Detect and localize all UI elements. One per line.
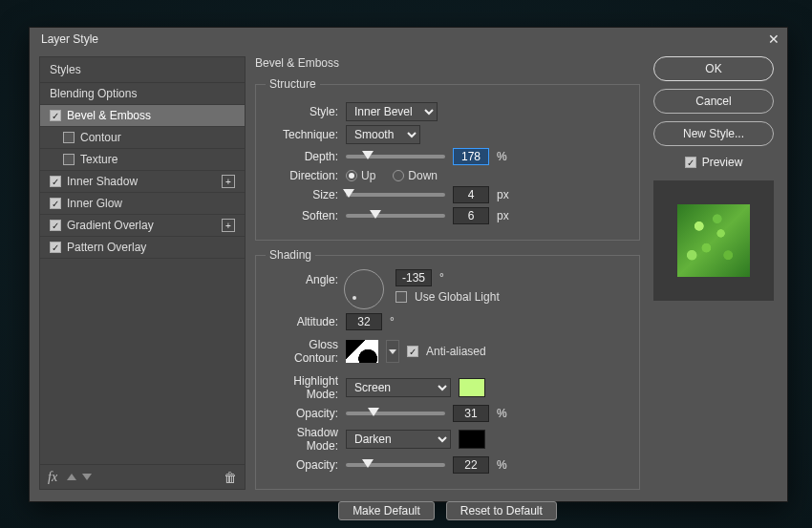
effect-row-inner-shadow[interactable]: ✓Inner Shadow+ <box>40 171 245 193</box>
make-default-button[interactable]: Make Default <box>338 501 435 520</box>
shadow-mode-select[interactable]: Darken <box>346 430 451 449</box>
angle-unit: ° <box>439 271 444 285</box>
effect-label: Pattern Overlay <box>67 241 146 254</box>
preview-checkbox[interactable]: ✓ <box>685 157 696 168</box>
highlight-mode-select[interactable]: Screen <box>346 378 451 397</box>
effect-label: Bevel & Emboss <box>67 109 151 122</box>
shadow-color-swatch[interactable] <box>459 430 485 449</box>
depth-slider[interactable] <box>346 155 445 158</box>
size-input[interactable] <box>453 186 489 203</box>
new-style-button[interactable]: New Style... <box>653 121 774 146</box>
effect-checkbox[interactable]: ✓ <box>50 176 61 187</box>
global-light-checkbox[interactable]: ✓ <box>395 291 407 303</box>
effect-checkbox[interactable]: ✓ <box>50 198 61 209</box>
ok-button[interactable]: OK <box>653 56 774 81</box>
shading-legend: Shading <box>266 248 315 262</box>
layer-style-dialog: Layer Style ✕ Styles Blending Options✓Be… <box>29 27 788 502</box>
soften-input[interactable] <box>453 207 489 224</box>
effect-row-bevel-emboss[interactable]: ✓Bevel & Emboss <box>40 105 245 127</box>
arrow-down-icon[interactable] <box>82 474 92 480</box>
effect-checkbox[interactable]: ✓ <box>50 220 61 231</box>
effect-row-pattern-overlay[interactable]: ✓Pattern Overlay <box>40 237 245 259</box>
depth-input[interactable] <box>453 148 489 165</box>
preview-canvas <box>653 180 774 301</box>
anti-aliased-checkbox[interactable]: ✓ <box>407 346 418 357</box>
angle-input[interactable] <box>395 269 432 286</box>
actions-panel: OK Cancel New Style... ✓ Preview <box>650 56 778 520</box>
reset-default-button[interactable]: Reset to Default <box>446 501 557 520</box>
altitude-input[interactable] <box>346 313 382 330</box>
titlebar: Layer Style ✕ <box>30 28 787 51</box>
effect-row-contour[interactable]: ✓Contour <box>40 127 245 149</box>
preview-label: Preview <box>702 156 743 169</box>
effects-header: Styles <box>40 57 245 83</box>
gloss-label: Gloss Contour: <box>266 338 338 365</box>
effects-list: Blending Options✓Bevel & Emboss✓Contour✓… <box>40 83 245 464</box>
depth-label: Depth: <box>266 150 338 163</box>
effect-label: Inner Glow <box>67 197 122 210</box>
close-icon[interactable]: ✕ <box>768 32 780 47</box>
anti-aliased-label: Anti-aliased <box>426 345 486 358</box>
soften-label: Soften: <box>266 209 338 222</box>
effect-label: Inner Shadow <box>67 175 138 188</box>
effect-row-inner-glow[interactable]: ✓Inner Glow <box>40 193 245 215</box>
cancel-button[interactable]: Cancel <box>653 89 774 114</box>
effects-panel: Styles Blending Options✓Bevel & Emboss✓C… <box>39 56 246 490</box>
hl-opacity-label: Opacity: <box>266 407 338 420</box>
technique-label: Technique: <box>266 128 338 141</box>
add-instance-icon[interactable]: + <box>222 219 235 232</box>
size-slider[interactable] <box>346 193 445 197</box>
direction-down-radio[interactable]: Down <box>393 169 438 182</box>
preview-thumbnail <box>677 204 750 277</box>
effect-checkbox[interactable]: ✓ <box>63 132 75 143</box>
shading-group: Shading Angle: ° ✓ Use Global Light <box>255 248 640 490</box>
size-label: Size: <box>266 188 338 201</box>
hl-opacity-slider[interactable] <box>346 412 445 415</box>
center-heading: Bevel & Emboss <box>255 56 640 70</box>
technique-select[interactable]: Smooth <box>346 125 420 144</box>
style-select[interactable]: Inner Bevel <box>346 102 438 121</box>
reorder-controls <box>67 474 92 480</box>
gloss-contour-dropdown[interactable] <box>386 340 399 363</box>
direction-up-radio[interactable]: Up <box>346 169 375 182</box>
angle-label: Angle: <box>266 269 338 286</box>
fx-icon[interactable]: fx <box>48 470 57 485</box>
soften-slider[interactable] <box>346 214 445 218</box>
arrow-up-icon[interactable] <box>67 474 76 480</box>
angle-dial[interactable] <box>344 269 384 309</box>
global-light-label: Use Global Light <box>415 290 500 304</box>
altitude-label: Altitude: <box>266 315 338 328</box>
effect-row-texture[interactable]: ✓Texture <box>40 149 245 171</box>
add-instance-icon[interactable]: + <box>222 175 235 188</box>
sh-opacity-slider[interactable] <box>346 463 445 467</box>
settings-panel: Bevel & Emboss Structure Style: Inner Be… <box>255 56 640 520</box>
hl-opacity-unit: % <box>497 407 507 420</box>
sh-opacity-input[interactable] <box>453 456 489 474</box>
gloss-contour-thumb[interactable] <box>346 340 378 363</box>
structure-group: Structure Style: Inner Bevel Technique: … <box>255 77 640 241</box>
effect-checkbox[interactable]: ✓ <box>50 242 61 253</box>
highlight-mode-label: Highlight Mode: <box>266 374 338 401</box>
effect-label: Gradient Overlay <box>67 219 154 232</box>
size-unit: px <box>497 188 509 201</box>
style-label: Style: <box>266 105 338 118</box>
hl-opacity-input[interactable] <box>453 405 489 422</box>
effect-label: Texture <box>80 153 118 166</box>
effect-label: Contour <box>80 131 121 144</box>
effect-checkbox[interactable]: ✓ <box>63 154 75 165</box>
structure-legend: Structure <box>266 77 320 91</box>
highlight-color-swatch[interactable] <box>459 378 485 397</box>
sh-opacity-unit: % <box>497 458 507 472</box>
effect-row-gradient-overlay[interactable]: ✓Gradient Overlay+ <box>40 215 245 237</box>
trash-icon[interactable]: 🗑 <box>224 470 237 485</box>
soften-unit: px <box>497 209 509 222</box>
effect-row-blending-options[interactable]: Blending Options <box>40 83 245 105</box>
shadow-mode-label: Shadow Mode: <box>266 426 338 453</box>
altitude-unit: ° <box>390 315 395 328</box>
dialog-title: Layer Style <box>41 32 98 46</box>
direction-label: Direction: <box>266 169 338 182</box>
sh-opacity-label: Opacity: <box>266 458 338 472</box>
effect-checkbox[interactable]: ✓ <box>50 110 61 121</box>
effects-footer: fx 🗑 <box>40 464 245 489</box>
depth-unit: % <box>497 150 507 163</box>
